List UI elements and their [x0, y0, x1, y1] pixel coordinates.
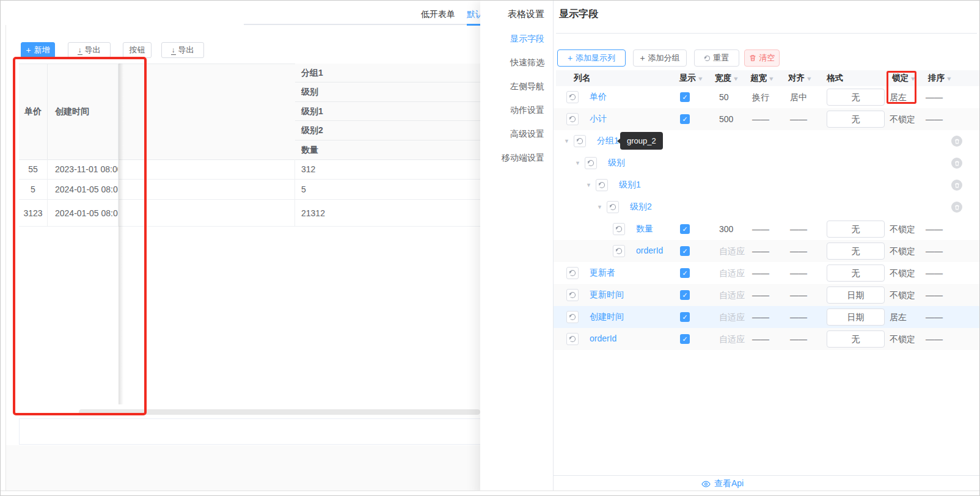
format-select[interactable]: 日期: [827, 308, 885, 326]
settings-nav-item-1[interactable]: 快速筛选: [510, 56, 544, 68]
lock-value[interactable]: 不锁定: [890, 268, 915, 279]
show-checkbox[interactable]: ✓: [680, 312, 690, 322]
add-group-button[interactable]: +添加分组: [633, 49, 687, 67]
sort-value[interactable]: ——: [926, 92, 943, 102]
sort-value[interactable]: ——: [926, 312, 943, 322]
format-select[interactable]: 无: [827, 330, 885, 348]
settings-nav-item-5[interactable]: 移动端设置: [502, 151, 544, 164]
column-header-created[interactable]: 创建时间: [48, 64, 119, 159]
col-header-show[interactable]: 显示▼: [679, 73, 703, 84]
refresh-icon-button[interactable]: [585, 157, 597, 169]
settings-nav-item-0[interactable]: 显示字段: [510, 32, 544, 45]
format-select[interactable]: 无: [827, 111, 885, 128]
refresh-icon-button[interactable]: [607, 201, 619, 213]
show-checkbox[interactable]: ✓: [680, 268, 690, 278]
show-checkbox[interactable]: ✓: [680, 224, 690, 234]
width-value[interactable]: 500: [719, 114, 733, 124]
align-value[interactable]: ——: [790, 114, 807, 124]
width-value[interactable]: 300: [719, 224, 733, 234]
refresh-icon-button[interactable]: [566, 91, 579, 103]
delete-button[interactable]: [951, 158, 962, 169]
settings-nav-item-3[interactable]: 动作设置: [510, 104, 544, 116]
view-api-link[interactable]: 查看Api: [701, 478, 744, 489]
lock-value[interactable]: 不锁定: [890, 334, 915, 345]
refresh-icon-button[interactable]: [613, 223, 625, 235]
overflow-value[interactable]: ——: [752, 268, 769, 278]
refresh-icon-button[interactable]: [574, 135, 586, 147]
width-value[interactable]: 自适应: [719, 312, 745, 323]
width-value[interactable]: 自适应: [719, 334, 745, 345]
sort-value[interactable]: ——: [926, 334, 943, 344]
field-name-link[interactable]: 单价: [590, 92, 607, 103]
expand-caret-icon[interactable]: ▼: [597, 204, 602, 210]
overflow-value[interactable]: ——: [752, 312, 769, 322]
add-display-column-button[interactable]: +添加显示列: [557, 49, 626, 67]
export-button-1[interactable]: ↓导出: [68, 42, 111, 58]
col-header-sort[interactable]: 排序▼: [928, 73, 952, 84]
overflow-value[interactable]: ——: [752, 290, 769, 300]
refresh-icon-button[interactable]: [566, 267, 579, 279]
sort-value[interactable]: ——: [926, 114, 943, 124]
col-header-width[interactable]: 宽度▼: [715, 73, 739, 84]
tab-low-open-form[interactable]: 低开表单: [421, 7, 455, 21]
align-value[interactable]: ——: [790, 246, 807, 256]
format-select[interactable]: 日期: [827, 286, 885, 304]
align-value[interactable]: ——: [790, 312, 807, 322]
field-name-link[interactable]: 级别: [608, 158, 625, 169]
show-checkbox[interactable]: ✓: [680, 290, 690, 300]
width-value[interactable]: 自适应: [719, 268, 745, 279]
expand-caret-icon[interactable]: ▼: [586, 182, 591, 188]
expand-caret-icon[interactable]: ▼: [575, 160, 580, 166]
refresh-icon-button[interactable]: [613, 245, 625, 257]
field-name-link[interactable]: 级别1: [619, 180, 641, 191]
refresh-icon-button[interactable]: [596, 179, 608, 191]
lock-value[interactable]: 居左: [890, 312, 907, 323]
reset-button[interactable]: 重置: [694, 49, 739, 67]
align-value[interactable]: ——: [790, 224, 807, 234]
sort-value[interactable]: ——: [926, 290, 943, 300]
field-name-link[interactable]: orderId: [636, 246, 663, 255]
align-value[interactable]: ——: [790, 268, 807, 278]
lock-value[interactable]: 不锁定: [890, 246, 915, 257]
lock-value[interactable]: 居左: [890, 92, 907, 103]
lock-value[interactable]: 不锁定: [890, 290, 915, 301]
format-select[interactable]: 无: [827, 221, 885, 238]
show-checkbox[interactable]: ✓: [680, 114, 690, 124]
add-button[interactable]: +新增: [21, 42, 55, 58]
column-header-price[interactable]: 单价: [19, 64, 48, 159]
field-name-link[interactable]: orderId: [590, 334, 616, 343]
delete-button[interactable]: [951, 180, 962, 191]
export-button-2[interactable]: ↓导出: [161, 42, 204, 58]
width-value[interactable]: 自适应: [719, 290, 745, 301]
format-select[interactable]: 无: [827, 243, 885, 260]
settings-nav-item-2[interactable]: 左侧导航: [510, 80, 544, 92]
col-header-lock[interactable]: 锁定▼: [892, 73, 916, 84]
refresh-icon-button[interactable]: [566, 289, 579, 301]
field-name-link[interactable]: 级别2: [630, 202, 652, 213]
field-name-link[interactable]: 分组1: [597, 136, 619, 147]
lock-value[interactable]: 不锁定: [890, 224, 915, 235]
overflow-value[interactable]: ——: [752, 224, 769, 234]
sort-value[interactable]: ——: [926, 268, 943, 278]
col-header-overflow[interactable]: 超宽▼: [750, 73, 774, 84]
show-checkbox[interactable]: ✓: [680, 334, 690, 344]
refresh-icon-button[interactable]: [566, 333, 579, 345]
show-checkbox[interactable]: ✓: [680, 92, 690, 102]
show-checkbox[interactable]: ✓: [680, 246, 690, 256]
width-value[interactable]: 自适应: [719, 246, 745, 257]
format-select[interactable]: 无: [827, 89, 885, 106]
field-name-link[interactable]: 创建时间: [590, 312, 624, 323]
overflow-value[interactable]: ——: [752, 114, 769, 124]
horizontal-scrollbar[interactable]: [79, 409, 480, 415]
field-name-link[interactable]: 更新者: [590, 268, 615, 279]
align-value[interactable]: ——: [790, 334, 807, 344]
align-value[interactable]: 居中: [790, 92, 807, 103]
field-name-link[interactable]: 小计: [590, 114, 607, 125]
sort-value[interactable]: ——: [926, 224, 943, 234]
refresh-icon-button[interactable]: [566, 113, 579, 125]
lock-value[interactable]: 不锁定: [890, 114, 915, 125]
overflow-value[interactable]: 换行: [752, 92, 769, 103]
col-header-align[interactable]: 对齐▼: [788, 73, 812, 84]
clear-button[interactable]: 清空: [744, 49, 780, 67]
field-name-link[interactable]: 数量: [636, 224, 653, 235]
